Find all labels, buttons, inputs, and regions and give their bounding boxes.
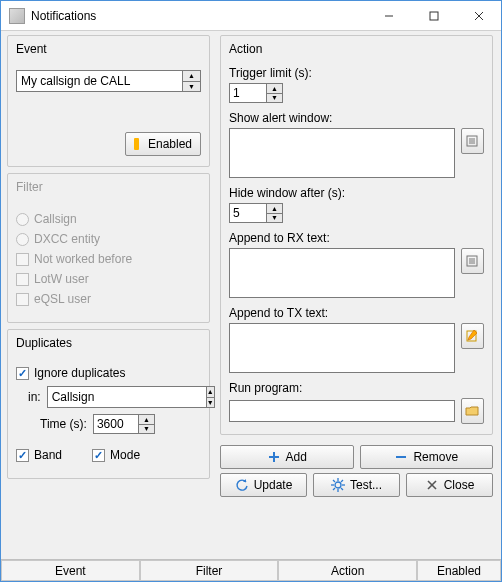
append-rx-defaults-button[interactable] xyxy=(461,248,484,274)
filter-dxcc-label: DXCC entity xyxy=(34,232,100,246)
dup-time-stepper[interactable]: ▲▼ xyxy=(139,414,155,434)
svg-point-16 xyxy=(335,482,341,488)
show-alert-label: Show alert window: xyxy=(229,111,484,125)
plus-icon xyxy=(267,450,281,464)
dup-mode-label: Mode xyxy=(110,448,140,462)
event-group: Event ▲▼ Enabled xyxy=(7,35,210,167)
maximize-icon xyxy=(427,9,441,23)
hide-after-label: Hide window after (s): xyxy=(229,186,484,200)
svg-line-23 xyxy=(341,480,343,482)
status-bar: Event Filter Action Enabled xyxy=(1,559,501,581)
filter-nwb-row: Not worked before xyxy=(16,252,201,266)
dup-time-value[interactable] xyxy=(93,414,139,434)
close-window-button[interactable] xyxy=(456,1,501,30)
edit-icon xyxy=(465,329,479,343)
close-icon xyxy=(472,9,486,23)
svg-line-24 xyxy=(333,488,335,490)
update-button[interactable]: Update xyxy=(220,473,307,497)
duplicates-group-label: Duplicates xyxy=(14,336,74,350)
close-button[interactable]: Close xyxy=(406,473,493,497)
filter-dxcc-radio xyxy=(16,233,29,246)
hide-after-value[interactable] xyxy=(229,203,267,223)
app-icon xyxy=(9,8,25,24)
remove-button[interactable]: Remove xyxy=(360,445,494,469)
test-button-label: Test... xyxy=(350,478,382,492)
run-program-browse-button[interactable] xyxy=(461,398,484,424)
append-tx-text[interactable] xyxy=(229,323,455,373)
filter-eqsl-check xyxy=(16,293,29,306)
event-group-label: Event xyxy=(14,42,49,56)
filter-lotw-check xyxy=(16,273,29,286)
show-alert-text[interactable] xyxy=(229,128,455,178)
status-col-event: Event xyxy=(1,560,140,581)
dup-band-row[interactable]: Band xyxy=(16,448,62,462)
remove-button-label: Remove xyxy=(413,450,458,464)
append-tx-label: Append to TX text: xyxy=(229,306,484,320)
duplicates-group: Duplicates Ignore duplicates in: ▲▼ Time… xyxy=(7,329,210,479)
dup-in-stepper[interactable]: ▲▼ xyxy=(207,386,215,408)
trigger-limit-stepper[interactable]: ▲▼ xyxy=(267,83,283,103)
minimize-icon xyxy=(382,9,396,23)
dup-band-label: Band xyxy=(34,448,62,462)
status-col-enabled: Enabled xyxy=(417,560,501,581)
append-rx-text[interactable] xyxy=(229,248,455,298)
filter-eqsl-label: eQSL user xyxy=(34,292,91,306)
dup-mode-row[interactable]: Mode xyxy=(92,448,140,462)
notifications-window: Notifications Event ▲▼ Enabled xyxy=(0,0,502,582)
titlebar: Notifications xyxy=(1,1,501,31)
enabled-toggle-label: Enabled xyxy=(148,137,192,151)
svg-line-22 xyxy=(341,488,343,490)
maximize-button[interactable] xyxy=(411,1,456,30)
event-select-stepper[interactable]: ▲▼ xyxy=(183,70,201,92)
trigger-limit-label: Trigger limit (s): xyxy=(229,66,484,80)
action-group-label: Action xyxy=(227,42,264,56)
ignore-duplicates-row[interactable]: Ignore duplicates xyxy=(16,366,201,380)
filter-callsign-radio xyxy=(16,213,29,226)
ignore-duplicates-label: Ignore duplicates xyxy=(34,366,125,380)
action-group: Action Trigger limit (s): ▲▼ Show alert … xyxy=(220,35,493,435)
test-button[interactable]: Test... xyxy=(313,473,400,497)
update-button-label: Update xyxy=(254,478,293,492)
status-col-action: Action xyxy=(278,560,417,581)
list-icon xyxy=(465,134,479,148)
filter-nwb-label: Not worked before xyxy=(34,252,132,266)
dup-time-label: Time (s): xyxy=(40,417,87,431)
button-row-1: Add Remove xyxy=(220,445,493,469)
show-alert-defaults-button[interactable] xyxy=(461,128,484,154)
hide-after-stepper[interactable]: ▲▼ xyxy=(267,203,283,223)
event-select-value[interactable] xyxy=(16,70,183,92)
button-row-2: Update Test... Close xyxy=(220,473,493,497)
filter-nwb-check xyxy=(16,253,29,266)
append-rx-label: Append to RX text: xyxy=(229,231,484,245)
filter-lotw-label: LotW user xyxy=(34,272,89,286)
filter-dxcc-row: DXCC entity xyxy=(16,232,201,246)
filter-callsign-label: Callsign xyxy=(34,212,77,226)
add-button[interactable]: Add xyxy=(220,445,354,469)
enabled-toggle[interactable]: Enabled xyxy=(125,132,201,156)
dup-time-input[interactable]: ▲▼ xyxy=(93,414,155,434)
dup-in-value[interactable] xyxy=(47,386,207,408)
filter-eqsl-row: eQSL user xyxy=(16,292,201,306)
minimize-button[interactable] xyxy=(366,1,411,30)
ignore-duplicates-check[interactable] xyxy=(16,367,29,380)
window-title: Notifications xyxy=(31,9,366,23)
gear-icon xyxy=(331,478,345,492)
filter-group-label: Filter xyxy=(14,180,45,194)
append-tx-edit-button[interactable] xyxy=(461,323,484,349)
minus-icon xyxy=(394,450,408,464)
close-button-label: Close xyxy=(444,478,475,492)
dup-band-check[interactable] xyxy=(16,449,29,462)
trigger-limit-value[interactable] xyxy=(229,83,267,103)
trigger-limit-input[interactable]: ▲▼ xyxy=(229,83,484,103)
dup-mode-check[interactable] xyxy=(92,449,105,462)
run-program-input[interactable] xyxy=(229,400,455,422)
list-icon xyxy=(465,254,479,268)
event-select[interactable]: ▲▼ xyxy=(16,70,201,92)
folder-icon xyxy=(465,404,479,418)
dup-in-select[interactable]: ▲▼ xyxy=(47,386,157,408)
x-icon xyxy=(425,478,439,492)
dup-in-label: in: xyxy=(28,390,41,404)
status-col-filter: Filter xyxy=(140,560,279,581)
refresh-icon xyxy=(235,478,249,492)
hide-after-input[interactable]: ▲▼ xyxy=(229,203,484,223)
